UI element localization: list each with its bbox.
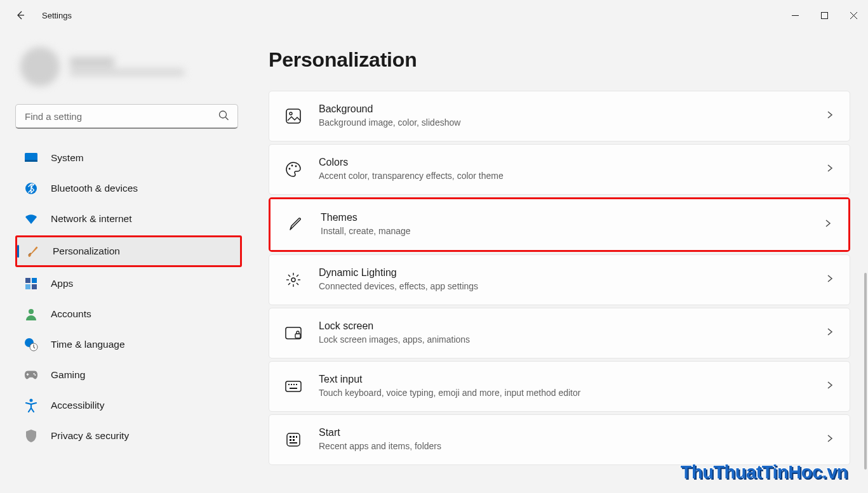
svg-point-4 — [220, 111, 227, 118]
image-icon — [284, 107, 302, 125]
scrollbar[interactable] — [864, 273, 867, 470]
chevron-right-icon — [825, 327, 834, 339]
sidebar-item-system[interactable]: System — [15, 144, 242, 172]
palette-icon — [284, 161, 302, 178]
close-button[interactable] — [839, 5, 868, 25]
card-text-input[interactable]: Text input Touch keyboard, voice typing,… — [269, 361, 850, 412]
sidebar: System Bluetooth & devices Network & int… — [0, 30, 251, 493]
avatar — [20, 47, 60, 86]
back-icon[interactable] — [15, 10, 25, 20]
sidebar-item-privacy[interactable]: Privacy & security — [15, 422, 242, 450]
user-block[interactable] — [15, 43, 242, 104]
svg-line-30 — [297, 283, 298, 285]
card-colors[interactable]: Colors Accent color, transparency effect… — [269, 144, 850, 195]
card-desc: Touch keyboard, voice typing, emoji and … — [319, 387, 809, 400]
gamepad-icon — [24, 368, 38, 382]
svg-rect-45 — [290, 439, 291, 441]
card-dynamic-lighting[interactable]: Dynamic Lighting Connected devices, effe… — [269, 254, 850, 305]
svg-point-13 — [29, 309, 34, 314]
clock-globe-icon — [24, 338, 38, 352]
sidebar-item-accessibility[interactable]: Accessibility — [15, 391, 242, 419]
svg-point-21 — [289, 168, 291, 170]
search-input[interactable] — [15, 104, 238, 129]
svg-rect-9 — [25, 278, 30, 283]
minimize-button[interactable] — [780, 5, 810, 25]
settings-cards: Background Background image, color, slid… — [269, 91, 850, 465]
card-title: Text input — [319, 373, 809, 386]
sidebar-item-label: Bluetooth & devices — [51, 183, 138, 194]
card-title: Dynamic Lighting — [319, 266, 809, 280]
svg-rect-35 — [286, 381, 301, 391]
main-content: Personalization Background Background im… — [251, 30, 868, 493]
svg-line-32 — [288, 283, 290, 285]
shield-icon — [24, 429, 38, 443]
start-icon — [284, 431, 302, 449]
svg-rect-19 — [286, 109, 300, 123]
chevron-right-icon — [824, 219, 832, 230]
annotation-highlight-main: Themes Install, create, manage — [269, 197, 850, 252]
chevron-right-icon — [825, 434, 834, 445]
svg-point-20 — [290, 112, 292, 115]
sidebar-item-bluetooth[interactable]: Bluetooth & devices — [15, 174, 242, 202]
titlebar: Settings — [0, 0, 868, 30]
card-start[interactable]: Start Recent apps and items, folders — [269, 414, 850, 465]
svg-rect-39 — [296, 384, 297, 385]
lock-screen-icon — [284, 324, 302, 342]
svg-rect-36 — [288, 384, 290, 385]
svg-rect-46 — [293, 439, 295, 441]
user-email — [70, 69, 184, 76]
sidebar-item-personalization[interactable]: Personalization — [17, 237, 240, 265]
accessibility-icon — [24, 398, 38, 412]
light-icon — [284, 271, 302, 289]
svg-rect-12 — [32, 284, 37, 289]
sidebar-item-label: Accessibility — [51, 400, 104, 411]
card-desc: Install, create, manage — [321, 225, 807, 238]
keyboard-icon — [284, 378, 302, 395]
sidebar-item-label: Apps — [51, 278, 73, 289]
svg-rect-1 — [821, 12, 827, 18]
system-icon — [24, 151, 38, 165]
svg-rect-11 — [25, 284, 30, 289]
card-desc: Background image, color, slideshow — [319, 117, 809, 129]
window-controls — [780, 5, 868, 25]
svg-point-22 — [291, 165, 293, 167]
sidebar-item-network[interactable]: Network & internet — [15, 205, 242, 233]
svg-line-29 — [288, 275, 290, 277]
sidebar-item-label: Personalization — [53, 246, 120, 257]
nav-list: System Bluetooth & devices Network & int… — [15, 144, 242, 450]
maximize-button[interactable] — [810, 5, 839, 25]
svg-point-17 — [34, 374, 36, 376]
sidebar-item-time[interactable]: Time & language — [15, 331, 242, 358]
svg-rect-7 — [25, 160, 37, 162]
svg-rect-42 — [290, 436, 291, 438]
card-themes[interactable]: Themes Install, create, manage — [270, 199, 848, 250]
sidebar-item-label: Gaming — [51, 369, 85, 381]
svg-point-24 — [291, 278, 295, 282]
svg-point-18 — [30, 399, 33, 402]
sidebar-item-label: Network & internet — [51, 213, 132, 225]
chevron-right-icon — [825, 110, 834, 122]
sidebar-item-apps[interactable]: Apps — [15, 270, 242, 298]
sidebar-item-accounts[interactable]: Accounts — [15, 300, 242, 328]
svg-rect-40 — [290, 388, 297, 389]
card-lock-screen[interactable]: Lock screen Lock screen images, apps, an… — [269, 308, 850, 358]
card-title: Background — [319, 103, 809, 116]
svg-line-31 — [297, 275, 298, 277]
svg-rect-10 — [32, 278, 37, 283]
sidebar-item-label: Accounts — [51, 308, 91, 320]
svg-rect-43 — [293, 436, 295, 438]
card-title: Colors — [319, 156, 809, 169]
card-background[interactable]: Background Background image, color, slid… — [269, 91, 850, 141]
svg-rect-47 — [290, 442, 297, 444]
page-title: Personalization — [269, 48, 850, 72]
svg-rect-38 — [293, 384, 295, 385]
sidebar-item-label: Time & language — [51, 339, 125, 350]
search-icon[interactable] — [218, 110, 229, 123]
sidebar-item-label: System — [51, 152, 84, 164]
sidebar-item-label: Privacy & security — [51, 430, 129, 442]
person-icon — [24, 307, 38, 321]
wifi-icon — [24, 212, 38, 226]
card-desc: Lock screen images, apps, animations — [319, 334, 809, 346]
card-title: Themes — [321, 211, 807, 225]
sidebar-item-gaming[interactable]: Gaming — [15, 361, 242, 389]
